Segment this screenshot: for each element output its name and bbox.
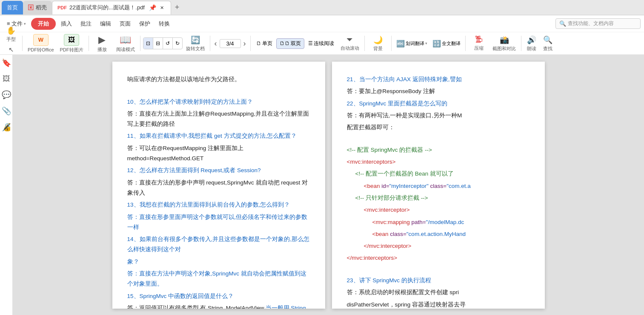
- full-translate-button[interactable]: 🔡 全文翻译: [430, 38, 463, 49]
- fit-width-button[interactable]: ⊟: [153, 38, 163, 49]
- pdf-line: 答：直接在方法上面加上注解@RequestMapping,并且在这个注解里面写上…: [127, 109, 310, 130]
- prev-page-button[interactable]: ‹: [213, 38, 219, 49]
- menu-annotate[interactable]: 批注: [77, 18, 95, 29]
- page-input[interactable]: [220, 39, 241, 48]
- play-icon: ▶: [98, 34, 106, 45]
- read-aloud-icon: 🔊: [527, 35, 536, 45]
- marking-translate-label: 划词翻译: [406, 40, 424, 47]
- rotate-left-button[interactable]: ↺: [163, 38, 173, 49]
- toolbar-row2: ✋ 手型 ↖ 选择 W PDF转Office 🖼 PDF转图片: [0, 32, 644, 54]
- divider9: [521, 36, 521, 51]
- cursor-icon: ↖: [9, 46, 14, 54]
- toolbar: ≡ 文件 ▾ 开始 插入 批注 编辑 页面 保护 转换 🔍 查找功能、文档内容: [0, 15, 644, 55]
- rotate-left-icon: ↺: [166, 40, 170, 46]
- auto-scroll-button[interactable]: ⏷ 自动滚动: [338, 34, 362, 53]
- double-page-icon: 🗋🗋: [280, 40, 290, 46]
- marking-translate-icon: 🔤: [396, 40, 405, 48]
- next-page-button[interactable]: ›: [242, 38, 248, 49]
- sidebar-bookmark[interactable]: 🔖: [2, 58, 11, 68]
- find-button[interactable]: 🔍 查找: [540, 34, 555, 53]
- continuous-icon: ☰: [308, 40, 313, 46]
- screenshot-icon: 📸: [500, 35, 509, 45]
- search-box[interactable]: 🔍 查找功能、文档内容: [555, 18, 641, 29]
- divider3: [140, 36, 140, 51]
- left-sidebar: 🔖 🖼 💬 📎 🔏: [0, 55, 13, 315]
- single-page-icon: 🗋: [256, 40, 261, 46]
- full-translate-label: 全文翻译: [442, 40, 461, 47]
- rotate-doc-button[interactable]: 🔄 旋转文档: [183, 34, 207, 53]
- menu-insert[interactable]: 插入: [57, 18, 75, 29]
- tab-home[interactable]: 首页: [2, 1, 23, 14]
- tab-wps[interactable]: 🅆 稻壳: [23, 1, 52, 14]
- pdf-line: 答：系统启动的时候根据配置文件创建 spri: [347, 287, 530, 298]
- pdf-line: <!-- 配置 SpringMvc 的拦截器 -->: [347, 145, 530, 155]
- menu-protect[interactable]: 保护: [136, 18, 154, 29]
- marking-arrow: ▾: [425, 41, 427, 45]
- pdf-line: 象？: [127, 257, 310, 267]
- menu-page[interactable]: 页面: [116, 18, 134, 29]
- pdf-line: 配置拦截器即可：: [347, 122, 530, 133]
- pdf-line: <!-- 配置一个拦截器的 Bean 就可以了: [347, 169, 530, 179]
- search-icon: 🔍: [559, 20, 566, 27]
- continuous-read-button[interactable]: ☰ 连续阅读: [305, 39, 337, 48]
- pdf-line: <bean id="myInterceptor" class="com.et.a: [347, 181, 530, 191]
- read-aloud-button[interactable]: 🔊 朗读: [524, 34, 539, 53]
- book-icon: 📖: [120, 34, 131, 45]
- tab-pdf-label: 22道面试常问的...面试题！.pdf: [69, 4, 145, 11]
- menu-edit[interactable]: 编辑: [97, 18, 114, 29]
- pdf-line: 响应请求的方法都是以该地址作为父路径。: [127, 74, 310, 85]
- read-mode-button[interactable]: 📖 阅读模式: [114, 33, 137, 54]
- screenshot-compare-button[interactable]: 📸 截图和对比: [490, 34, 518, 53]
- menu-convert[interactable]: 转换: [155, 18, 173, 29]
- fit-page-icon: ⊡: [146, 40, 150, 46]
- tab-wps-label: 稻壳: [36, 4, 47, 11]
- pdf-line: </mvc:interceptor>: [347, 241, 530, 251]
- tab-close-button[interactable]: ✕: [159, 4, 166, 11]
- pdf-line: <mvc:mapping path="/modelMap.dc: [347, 217, 530, 227]
- pdf-to-office-button[interactable]: W PDF转Office: [25, 33, 57, 54]
- sidebar-stamp[interactable]: 🔏: [2, 122, 11, 132]
- divider8: [465, 36, 466, 51]
- divider1: [22, 36, 23, 51]
- pdf-line: 13、我想在拦截的方法里面得到从前台传入的参数,怎么得到？: [127, 200, 310, 210]
- divider5: [250, 36, 251, 51]
- pdf-line: <!-- 只针对部分请求拦截 -->: [347, 193, 530, 203]
- double-page-button[interactable]: 🗋🗋 双页: [276, 38, 304, 49]
- start-button[interactable]: 开始: [31, 18, 56, 30]
- play-button[interactable]: ▶ 播放: [92, 33, 113, 54]
- file-arrow: ▾: [24, 22, 26, 26]
- pdf-icon: PDF: [57, 5, 67, 10]
- single-page-button[interactable]: 🗋 单页: [253, 39, 275, 48]
- divider4: [210, 36, 210, 51]
- pdf-line: 22、SpringMvc 里面拦截器是怎么写的: [347, 99, 530, 109]
- hand-tool-button[interactable]: ✋ 手型: [3, 25, 19, 44]
- find-icon: 🔍: [543, 35, 552, 45]
- pdf-line: <mvc:interceptor>: [347, 205, 530, 215]
- fit-page-button[interactable]: ⊡: [143, 38, 153, 49]
- pdf-line: 答：返回值可以有很多类型,有 String, ModelAndView,当一般用…: [127, 303, 310, 309]
- content-area: 响应请求的方法都是以该地址作为父路径。 10、怎么样把某个请求映射到特定的方法上…: [13, 55, 644, 315]
- marking-translate-button[interactable]: 🔤 划词翻译 ▾: [394, 38, 429, 49]
- pdf-line: 答：可以在@RequestMapping 注解里面加上 method=Reque…: [127, 143, 310, 164]
- pdf-line: 答：直接在形参里面声明这个参数就可以,但必须名字和传过来的参数一样: [127, 212, 310, 233]
- sidebar-attachment[interactable]: 📎: [2, 106, 11, 116]
- new-tab-button[interactable]: +: [171, 2, 183, 14]
- pin-icon[interactable]: 📌: [149, 4, 156, 11]
- pdf-to-image-button[interactable]: 🖼 PDF转图片: [57, 33, 86, 54]
- auto-scroll-icon: ⏷: [346, 35, 354, 44]
- rotate-right-button[interactable]: ↻: [173, 38, 182, 49]
- pdf-pages: 响应请求的方法都是以该地址作为父路径。 10、怎么样把某个请求映射到特定的方法上…: [13, 55, 644, 315]
- background-button[interactable]: 🌙 背景: [367, 34, 389, 53]
- sidebar-image[interactable]: 🖼: [3, 74, 10, 83]
- pdf-line: 答：直接在方法的形参中声明 request,SpringMvc 就自动把 req…: [127, 178, 310, 199]
- pdf-line: 21、当一个方法向 AJAX 返回特殊对象,譬如: [347, 74, 530, 85]
- background-icon: 🌙: [373, 35, 383, 45]
- wps-icon: 🅆: [28, 5, 33, 11]
- pdf-page-right: 21、当一个方法向 AJAX 返回特殊对象,譬如 答：要加上@ResponseB…: [332, 62, 545, 309]
- tab-pdf[interactable]: PDF 22道面试常问的...面试题！.pdf 📌 ✕: [52, 1, 171, 14]
- pdf-office-icon: W: [38, 37, 43, 43]
- pdf-line: 答：要加上@ResponseBody 注解: [347, 86, 530, 96]
- compress-button[interactable]: 🗜 压缩: [468, 34, 489, 53]
- sidebar-comment[interactable]: 💬: [2, 90, 11, 99]
- rotate-right-icon: ↻: [175, 40, 180, 46]
